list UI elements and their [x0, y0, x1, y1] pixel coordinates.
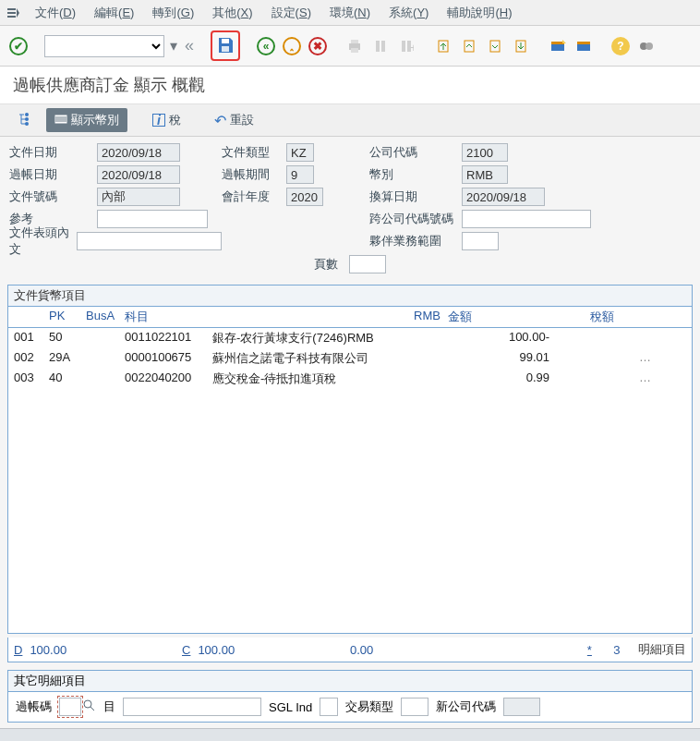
- search-icon[interactable]: [83, 699, 96, 715]
- other-items-box: 其它明細項目 過帳碼 目 SGL Ind 交易類型 新公司代碼: [7, 670, 693, 723]
- trans-date-field[interactable]: 2020/09/18: [462, 188, 545, 206]
- sgl-label: SGL Ind: [269, 700, 312, 714]
- new-session-button[interactable]: [547, 35, 569, 57]
- debit-value: 100.00: [30, 643, 66, 657]
- ok-button[interactable]: ✔: [7, 35, 30, 57]
- fiscal-year-field[interactable]: 2020: [286, 188, 323, 206]
- doc-date-field[interactable]: 2020/09/18: [97, 143, 180, 162]
- postkey-label: 過帳碼: [16, 698, 52, 715]
- reset-button[interactable]: ↶ 重設: [206, 108, 262, 132]
- status-bar: [0, 728, 700, 741]
- balance-value: 0.00: [350, 643, 373, 657]
- last-page-button[interactable]: [510, 35, 532, 57]
- table-row[interactable]: 003400022040200應交稅金-待抵扣進項稅0.99…: [8, 369, 692, 389]
- menu-d[interactable]: 文件(D): [26, 2, 85, 23]
- svg-point-18: [25, 122, 29, 126]
- up-button[interactable]: ꞈ: [281, 35, 303, 57]
- svg-point-17: [25, 117, 29, 121]
- back-button[interactable]: «: [255, 35, 277, 57]
- debit-label[interactable]: D: [14, 643, 22, 657]
- totals-bar: D 100.00 C 100.00 0.00 * 3 明細項目: [7, 638, 693, 662]
- menu-n[interactable]: 環境(N): [320, 2, 380, 23]
- doc-date-label: 文件日期: [9, 144, 97, 161]
- app-menu-icon[interactable]: [4, 4, 22, 22]
- account-input[interactable]: [123, 698, 261, 716]
- trans-type-input[interactable]: [401, 698, 428, 716]
- main-toolbar: ✔ ▾ « « ꞈ ✖ + ?: [0, 26, 700, 67]
- svg-rect-7: [465, 41, 474, 52]
- doc-type-field[interactable]: KZ: [286, 143, 314, 162]
- items-grid-body[interactable]: 001500011022101銀存-农行黃埭支行(7246)RMB100.00-…: [8, 328, 692, 633]
- save-button[interactable]: [214, 34, 236, 56]
- menu-y[interactable]: 系統(Y): [380, 2, 438, 23]
- print-button[interactable]: [344, 35, 366, 57]
- svg-point-20: [84, 700, 91, 708]
- cross-cc-label: 跨公司代碼號碼: [369, 211, 462, 227]
- acct-suffix-label: 目: [103, 698, 115, 715]
- star-link[interactable]: *: [587, 643, 592, 657]
- menu-s[interactable]: 設定(S): [262, 2, 320, 23]
- first-page-button[interactable]: [432, 35, 454, 57]
- combo-dropdown-icon[interactable]: ▾: [168, 37, 179, 55]
- trans-type-label: 交易類型: [345, 698, 393, 715]
- items-grid: 文件貨幣項目 PK BusA 科目 RMB 金額 稅額 001500011022…: [7, 285, 693, 634]
- partner-ba-field[interactable]: [462, 232, 499, 250]
- post-date-field[interactable]: 2020/09/18: [97, 165, 180, 184]
- command-combo[interactable]: [44, 35, 164, 57]
- prev-page-button[interactable]: [458, 35, 480, 57]
- item-count-label: 明細項目: [638, 641, 686, 658]
- period-label: 過帳期間: [222, 166, 286, 183]
- doc-type-label: 文件類型: [222, 144, 286, 161]
- settings-button[interactable]: [635, 35, 658, 57]
- layout-button[interactable]: [573, 35, 595, 57]
- svg-rect-1: [222, 46, 229, 52]
- header-text-label: 文件表頭內文: [9, 225, 77, 258]
- show-currency-button[interactable]: 顯示幣別: [46, 108, 127, 132]
- header-text-field[interactable]: [77, 232, 222, 250]
- credit-value: 100.00: [198, 643, 235, 657]
- sgl-input[interactable]: [320, 698, 338, 716]
- currency-label: 幣別: [369, 166, 462, 183]
- credit-label[interactable]: C: [182, 643, 190, 657]
- page-field[interactable]: [349, 255, 386, 273]
- svg-point-15: [646, 43, 653, 50]
- help-button[interactable]: ?: [609, 35, 632, 57]
- page-title: 過帳供應商訂金 顯示 概觀: [0, 67, 700, 104]
- items-grid-title: 文件貨幣項目: [8, 285, 692, 307]
- postkey-input[interactable]: [59, 698, 81, 716]
- menu-g[interactable]: 轉到(G): [143, 2, 203, 23]
- company-field[interactable]: 2100: [462, 143, 508, 162]
- table-row[interactable]: 00229A0000100675蘇州信之諾電子科技有限公司99.01…: [8, 348, 692, 369]
- svg-text:+: +: [410, 41, 414, 54]
- new-cc-label: 新公司代碼: [436, 698, 496, 715]
- tree-button[interactable]: [9, 108, 41, 132]
- svg-rect-11: [551, 42, 564, 44]
- post-date-label: 過帳日期: [9, 166, 97, 183]
- col-busa: BusA: [86, 309, 125, 325]
- new-cc-field[interactable]: [503, 698, 540, 716]
- menu-x[interactable]: 其他(X): [203, 2, 261, 23]
- menu-e[interactable]: 編輯(E): [85, 2, 143, 23]
- find-button[interactable]: [369, 35, 392, 57]
- reset-label: 重設: [230, 112, 254, 128]
- find-next-button[interactable]: +: [395, 35, 417, 57]
- svg-rect-4: [351, 48, 358, 53]
- page-label: 頁數: [314, 256, 338, 273]
- table-row[interactable]: 001500011022101銀存-农行黃埭支行(7246)RMB100.00-: [8, 328, 692, 348]
- currency-field[interactable]: RMB: [462, 165, 508, 184]
- period-field[interactable]: 9: [286, 165, 314, 184]
- svg-rect-8: [490, 41, 500, 52]
- company-label: 公司代碼: [369, 144, 462, 161]
- menu-h[interactable]: 輔助說明(H): [438, 2, 521, 23]
- tax-button[interactable]: i 稅: [144, 108, 189, 132]
- fiscal-year-label: 會計年度: [222, 188, 286, 205]
- next-page-button[interactable]: [484, 35, 506, 57]
- doc-no-field[interactable]: 內部: [97, 188, 180, 206]
- history-back-icon[interactable]: «: [183, 36, 196, 55]
- item-count: 3: [613, 643, 620, 657]
- show-currency-label: 顯示幣別: [71, 112, 119, 128]
- cross-cc-field[interactable]: [462, 210, 591, 228]
- cancel-button[interactable]: ✖: [307, 35, 329, 57]
- col-tax: 稅額: [549, 309, 614, 325]
- partner-ba-label: 夥伴業務範圍: [369, 233, 462, 249]
